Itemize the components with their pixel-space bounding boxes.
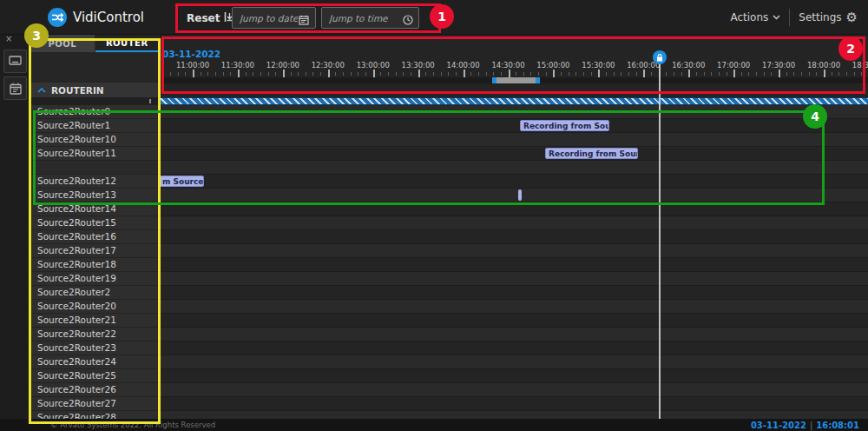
timeline-row[interactable] (161, 244, 868, 258)
timeline-row[interactable] (161, 397, 868, 411)
recording-block[interactable]: Recording from Source2... (520, 120, 609, 131)
timeline-row[interactable] (161, 369, 868, 383)
tick-mark (335, 72, 336, 76)
timeline-scrollbar-thumb[interactable] (492, 77, 540, 83)
sidebar-row-source2router20[interactable]: Source2Router20 (30, 300, 160, 314)
timeline-header[interactable]: 03-11-2022 11:00:0011:30:0012:00:0012:30… (161, 35, 868, 97)
chevron-down-icon (773, 15, 780, 20)
time-tick-label: 17:30:00 (762, 61, 795, 70)
recording-block[interactable]: Recording from Source2R... (545, 148, 638, 159)
tick-mark (464, 70, 465, 77)
tab-router[interactable]: ROUTER (95, 35, 161, 52)
timeline-row[interactable] (161, 258, 868, 272)
collapse-close-icon[interactable]: × (5, 35, 12, 43)
sidebar-scrollbar-thumb[interactable] (149, 99, 151, 103)
tick-mark (711, 72, 712, 76)
sidebar-row-source2router13[interactable]: Source2Router13 (30, 189, 160, 202)
tick-mark (523, 72, 524, 76)
sidebar-row-source2router25[interactable]: Source2Router25 (30, 369, 160, 383)
scrollbar-cap-right[interactable] (536, 77, 540, 83)
recording-tick[interactable] (518, 189, 522, 201)
sidebar-row-source2router1[interactable]: Source2Router1 (30, 119, 160, 133)
timeline-row[interactable] (161, 189, 868, 202)
timeline-row[interactable] (161, 133, 868, 147)
timeline-row[interactable] (161, 175, 868, 189)
tick-mark (320, 72, 321, 76)
timeline-rows (161, 105, 868, 419)
time-tick-label: 12:30:00 (312, 61, 345, 70)
settings-button[interactable]: Settings ⚙ (799, 11, 858, 23)
sidebar-row-source2router26[interactable]: Source2Router26 (30, 383, 160, 397)
current-time-handle[interactable] (653, 50, 667, 64)
sidebar-row-source2router0[interactable]: Source2Router0 (30, 105, 160, 119)
sidebar-row-empty[interactable] (30, 161, 160, 175)
status-time: 16:08:01 (816, 421, 859, 430)
timeline-row[interactable] (161, 161, 868, 175)
timeline-row[interactable] (161, 286, 868, 300)
timeline-row[interactable] (161, 411, 868, 419)
sidebar-scrollbar[interactable] (30, 97, 160, 105)
sidebar-row-source2router23[interactable]: Source2Router23 (30, 341, 160, 355)
tick-mark (816, 72, 817, 76)
timeline-row[interactable] (161, 314, 868, 328)
time-tick-label: 17:00:00 (717, 61, 750, 70)
sidebar-row-source2router14[interactable]: Source2Router14 (30, 202, 160, 216)
group-header-routerin[interactable]: ROUTERIN (30, 83, 160, 97)
timeline-row[interactable] (161, 216, 868, 230)
sidebar-row-source2router22[interactable]: Source2Router22 (30, 328, 160, 341)
time-tick-label: 12:00:00 (266, 61, 299, 70)
tick-mark (674, 72, 674, 76)
timeline-row[interactable] (161, 230, 868, 244)
sidebar-row-source2router16[interactable]: Source2Router16 (30, 230, 160, 244)
tick-mark (696, 72, 697, 76)
status-bar: © Arvato Systems 2022. All Rights Reserv… (0, 419, 868, 431)
timeline-row[interactable] (161, 105, 868, 119)
tick-mark (373, 70, 375, 77)
timeline-row[interactable] (161, 147, 868, 161)
sidebar-row-source2router15[interactable]: Source2Router15 (30, 216, 160, 230)
tick-mark (854, 72, 855, 76)
timeline-row[interactable] (161, 202, 868, 216)
sidebar-row-source2router28[interactable]: Source2Router28 (30, 411, 160, 419)
reset-button[interactable]: Reset (187, 10, 235, 26)
sidebar-row-source2router24[interactable]: Source2Router24 (30, 355, 160, 369)
sidebar-row-source2router2[interactable]: Source2Router2 (30, 286, 160, 300)
tick-mark (538, 72, 539, 76)
time-tick-label: 13:00:00 (357, 61, 390, 70)
tick-mark (651, 72, 652, 76)
vidicontrol-logo-icon (48, 8, 67, 27)
jump-to-time-input[interactable] (321, 7, 419, 29)
tick-mark (178, 72, 179, 76)
jump-to-date-input[interactable] (232, 7, 316, 29)
recording-block[interactable]: m Source2... (161, 176, 204, 187)
tick-mark (418, 70, 420, 77)
schedule-panel-button[interactable] (3, 76, 27, 100)
sidebar-row-source2router21[interactable]: Source2Router21 (30, 314, 160, 328)
sidebar-row-source2router19[interactable]: Source2Router19 (30, 272, 160, 286)
timeline-row[interactable] (161, 355, 868, 369)
status-date: 03-11-2022 (751, 421, 806, 430)
timeline-row[interactable] (161, 119, 868, 133)
scrollbar-cap-left[interactable] (492, 77, 496, 83)
sidebar-row-source2router18[interactable]: Source2Router18 (30, 258, 160, 272)
tick-mark (546, 72, 547, 76)
timeline-row[interactable] (161, 272, 868, 286)
timeline-row[interactable] (161, 383, 868, 397)
timeline-scrollbar[interactable] (161, 77, 868, 83)
chevron-up-icon (37, 88, 46, 93)
tab-pool[interactable]: POOL (30, 35, 95, 52)
sidebar-row-source2router27[interactable]: Source2Router27 (30, 397, 160, 411)
tick-mark (396, 72, 397, 76)
sidebar-row-source2router12[interactable]: Source2Router12 (30, 175, 160, 189)
timeline-row[interactable] (161, 341, 868, 355)
tick-mark (185, 72, 186, 76)
tick-mark (193, 70, 194, 77)
sidebar-row-source2router10[interactable]: Source2Router10 (30, 133, 160, 147)
actions-label: Actions (730, 11, 768, 23)
sidebar-row-source2router17[interactable]: Source2Router17 (30, 244, 160, 258)
messages-panel-button[interactable] (3, 50, 27, 73)
sidebar-row-source2router11[interactable]: Source2Router11 (30, 147, 160, 161)
timeline-row[interactable] (161, 300, 868, 314)
timeline-row[interactable] (161, 328, 868, 341)
actions-menu-button[interactable]: Actions (730, 11, 780, 23)
